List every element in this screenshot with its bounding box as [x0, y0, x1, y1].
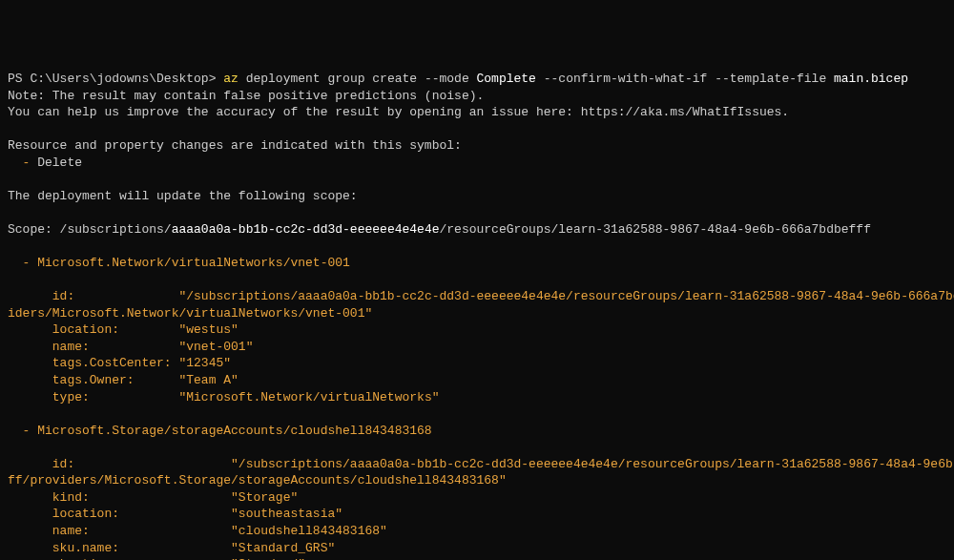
property-line: location: "westus": [8, 321, 946, 339]
command-line: PS C:\Users\jodowns\Desktop> az deployme…: [8, 71, 946, 88]
scope-intro: The deployment will update the following…: [8, 188, 946, 205]
property-line: iders/Microsoft.Network/virtualNetworks/…: [8, 305, 946, 322]
terminal-output[interactable]: PS C:\Users\jodowns\Desktop> az deployme…: [8, 71, 946, 560]
blank-line: [8, 171, 946, 188]
property-line: ff/providers/Microsoft.Storage/storageAc…: [8, 472, 946, 489]
note-line: Note: The result may contain false posit…: [8, 88, 946, 105]
indicator-header: Resource and property changes are indica…: [8, 137, 946, 155]
property-line: name: "cloudshell843483168": [8, 523, 946, 540]
resource-header: - Microsoft.Storage/storageAccounts/clou…: [8, 423, 946, 440]
property-line: name: "vnet-001": [8, 339, 946, 356]
note-line: You can help us improve the accuracy of …: [8, 104, 946, 121]
blank-line: [8, 272, 946, 289]
blank-line: [8, 405, 946, 423]
delete-indicator: - Delete: [8, 155, 946, 172]
resource-header: - Microsoft.Network/virtualNetworks/vnet…: [8, 255, 946, 272]
blank-line: [8, 439, 946, 456]
property-line: location: "southeastasia": [8, 506, 946, 523]
property-line: tags.CostCenter: "12345": [8, 355, 946, 372]
property-line: id: "/subscriptions/aaaa0a0a-bb1b-cc2c-d…: [8, 456, 946, 473]
property-line: kind: "Storage": [8, 489, 946, 507]
blank-line: [8, 239, 946, 256]
property-line: type: "Microsoft.Network/virtualNetworks…: [8, 389, 946, 406]
property-line: id: "/subscriptions/aaaa0a0a-bb1b-cc2c-d…: [8, 288, 946, 305]
blank-line: [8, 121, 946, 138]
blank-line: [8, 205, 946, 222]
property-line: tags.Owner: "Team A": [8, 372, 946, 389]
scope-line: Scope: /subscriptions/aaaa0a0a-bb1b-cc2c…: [8, 221, 946, 239]
property-line: sku.tier: "Standard": [8, 556, 946, 560]
property-line: sku.name: "Standard_GRS": [8, 540, 946, 557]
